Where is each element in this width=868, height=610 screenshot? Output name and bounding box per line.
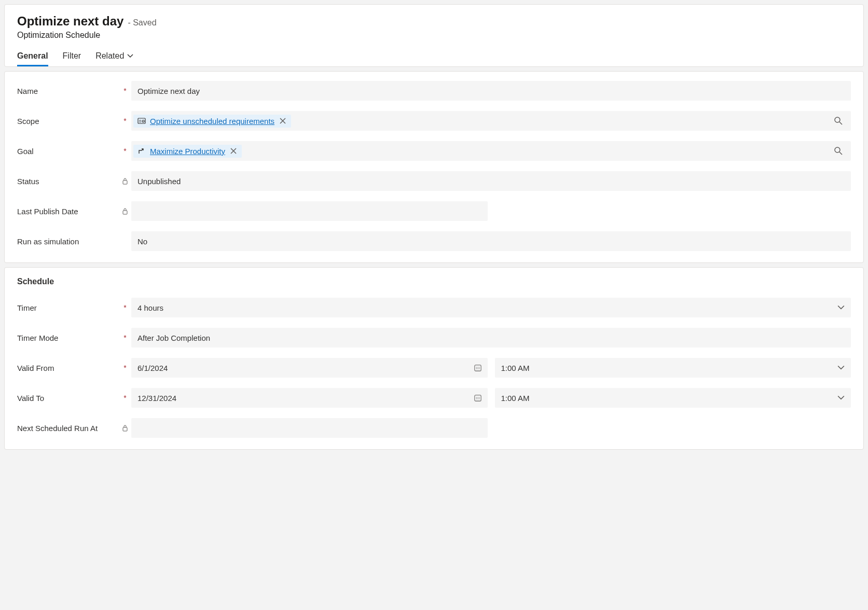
name-value: Optimize next day [137, 87, 200, 95]
status-field: Unpublished [131, 171, 851, 191]
scope-link[interactable]: Optimize unscheduled requirements [150, 117, 274, 126]
next-run-field [131, 418, 488, 438]
timer-value: 4 hours [137, 303, 163, 312]
goal-icon [137, 147, 146, 155]
label-timer: Timer [17, 303, 119, 312]
tab-general[interactable]: General [17, 51, 48, 66]
chevron-down-icon [837, 394, 845, 401]
valid-to-date-value: 12/31/2024 [137, 394, 176, 403]
search-icon [834, 117, 843, 125]
goal-remove-button[interactable] [229, 148, 238, 154]
label-valid-to: Valid To [17, 394, 119, 403]
required-indicator: * [123, 394, 126, 402]
required-indicator: * [123, 87, 126, 95]
calendar-icon[interactable] [474, 394, 481, 401]
chevron-down-icon [837, 304, 845, 311]
scope-icon [137, 117, 146, 125]
chevron-down-icon [837, 364, 845, 371]
label-last-publish: Last Publish Date [17, 207, 119, 216]
label-goal: Goal [17, 147, 119, 156]
scope-search-button[interactable] [832, 115, 845, 127]
form-tabs: General Filter Related [17, 51, 851, 66]
scope-chip: Optimize unscheduled requirements [133, 115, 291, 128]
required-indicator: * [123, 303, 126, 312]
timer-mode-value: After Job Completion [137, 334, 210, 342]
lock-icon [121, 207, 129, 215]
label-run-sim: Run as simulation [17, 237, 119, 246]
status-value: Unpublished [137, 177, 181, 186]
tab-filter[interactable]: Filter [63, 51, 81, 66]
required-indicator: * [123, 147, 126, 155]
valid-from-date-input[interactable]: 6/1/2024 [131, 358, 488, 378]
calendar-icon[interactable] [474, 364, 481, 371]
goal-search-button[interactable] [832, 145, 845, 157]
label-timer-mode: Timer Mode [17, 334, 119, 342]
tab-related-label: Related [95, 51, 124, 61]
last-publish-field [131, 201, 488, 221]
section-general: Name * Optimize next day Scope * Optimiz… [4, 71, 864, 263]
label-name: Name [17, 87, 119, 95]
label-scope: Scope [17, 117, 119, 126]
record-title: Optimize next day [17, 14, 123, 29]
valid-from-date-value: 6/1/2024 [137, 364, 168, 372]
close-icon [230, 148, 237, 154]
required-indicator: * [123, 117, 126, 125]
run-sim-field[interactable]: No [131, 231, 851, 251]
timer-mode-field[interactable]: After Job Completion [131, 328, 851, 348]
required-indicator: * [123, 364, 126, 372]
goal-lookup[interactable]: Maximize Productivity [131, 141, 851, 161]
label-valid-from: Valid From [17, 364, 119, 372]
run-sim-value: No [137, 237, 147, 246]
close-icon [280, 118, 286, 124]
tab-related[interactable]: Related [95, 51, 133, 66]
valid-to-date-input[interactable]: 12/31/2024 [131, 388, 488, 408]
valid-from-time-value: 1:00 AM [501, 364, 530, 372]
label-next-run: Next Scheduled Run At [17, 424, 119, 433]
lock-icon [121, 424, 129, 432]
valid-to-time-select[interactable]: 1:00 AM [495, 388, 851, 408]
valid-from-time-select[interactable]: 1:00 AM [495, 358, 851, 378]
valid-to-time-value: 1:00 AM [501, 394, 530, 403]
search-icon [834, 147, 843, 155]
scope-lookup[interactable]: Optimize unscheduled requirements [131, 111, 851, 131]
name-input[interactable]: Optimize next day [131, 81, 851, 101]
goal-link[interactable]: Maximize Productivity [150, 147, 225, 156]
label-status: Status [17, 177, 119, 186]
saved-indicator: - Saved [128, 18, 156, 27]
required-indicator: * [123, 334, 126, 342]
schedule-title: Schedule [17, 277, 851, 286]
lock-icon [121, 177, 129, 185]
timer-select[interactable]: 4 hours [131, 298, 851, 317]
record-header: Optimize next day - Saved Optimization S… [4, 4, 864, 67]
goal-chip: Maximize Productivity [133, 145, 242, 158]
section-schedule: Schedule Timer * 4 hours Timer Mode * Af… [4, 267, 864, 450]
chevron-down-icon [127, 53, 133, 59]
entity-name: Optimization Schedule [17, 31, 851, 40]
scope-remove-button[interactable] [279, 118, 287, 124]
